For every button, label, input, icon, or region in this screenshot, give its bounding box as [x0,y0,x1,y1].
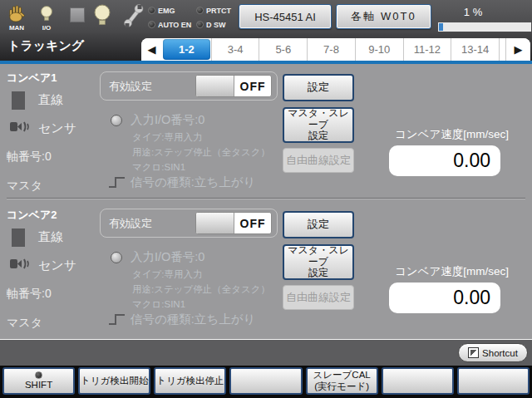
io-label: I/O [37,24,57,32]
speed-progress-fill [439,23,443,31]
enable-toggle[interactable]: OFF [195,212,272,234]
indicator-emg: EMG [148,4,196,17]
status-indicator-grid: EMG PRTCT AUTO EN D SW [148,4,241,31]
emg-led-icon [148,7,155,14]
prtct-label: PRTCT [206,7,231,15]
conveyor-speed-label: コンベア速度[mm/sec] [366,264,509,279]
tab-label: 7-8 [323,43,339,56]
straight-line-icon [12,228,25,247]
fkey-label-line1: スレーブCAL [313,370,371,381]
input-type-label: タイプ:専用入力 [132,131,203,144]
free-curve-settings-button[interactable]: 自由曲線設定 [283,148,354,173]
section-divider [7,198,525,199]
manual-mode-hand-icon [7,4,26,22]
tab-next-arrow[interactable]: ▶ [505,38,530,61]
tab-sliver [499,38,505,61]
fkey-empty-6[interactable] [382,367,454,395]
enable-toggle[interactable]: OFF [195,75,272,97]
sensor-icon [9,256,31,273]
slave-cal-button[interactable]: スレーブCAL (実行モード) [306,367,378,395]
input-type-label: タイプ:専用入力 [132,268,203,281]
fkey-empty-4[interactable] [229,367,302,395]
speed-percent-value: 1 % [451,6,495,18]
input-io-radio[interactable] [111,115,122,126]
master-label: マスタ [7,316,42,331]
input-io-label: 入力I/O番号:0 [131,112,204,128]
master-slave-line1: マスタ・スレーブ [284,108,352,131]
tab-13-14[interactable]: 13-14 [451,38,499,61]
tab-label: 5-6 [275,43,291,56]
shortcut-arrow-icon [468,347,479,358]
tab-11-12[interactable]: 11-12 [403,38,451,61]
tab-3-4[interactable]: 3-4 [211,38,259,61]
input-macro-label: マクロ:SIN1 [132,298,185,311]
pendant-screen: MAN I/O EMG PRTCT [0,0,532,398]
fkey-empty-7[interactable] [457,367,530,395]
enable-setting-box: 有効設定 OFF [100,209,278,238]
top-status-bar: MAN I/O EMG PRTCT [0,0,532,33]
axis-mode-button[interactable]: 各軸 W0T0 [336,4,431,29]
master-slave-line2: 設定 [308,130,328,142]
enable-setting-label: 有効設定 [109,216,152,231]
io-bulb-icon [40,5,53,22]
master-slave-settings-button[interactable]: マスタ・スレーブ 設定 [283,107,354,143]
lamp-icon [93,4,111,27]
fkey-label: トリガ検出停止 [156,376,224,386]
input-usage-label: 用途:ステップ停止（全タスク） [132,146,270,159]
auto-en-label: AUTO EN [158,21,191,29]
signal-type-label: 信号の種類:立ち上がり [131,174,255,190]
trigger-detect-start-button[interactable]: トリガ検出開始 [78,367,150,395]
manual-mode-label: MAN [5,24,28,32]
robot-select-button[interactable]: HS-45451 AI [239,4,332,29]
shortcut-label: Shortcut [482,348,518,358]
tab-5-6[interactable]: 5-6 [259,38,307,61]
straight-line-icon [12,91,25,110]
d-sw-led-icon [196,21,204,28]
shortcut-button[interactable]: Shortcut [458,343,528,362]
settings-button[interactable]: 設定 [283,74,354,101]
master-slave-settings-button[interactable]: マスタ・スレーブ 設定 [283,244,354,280]
tab-label: 1-2 [179,43,195,56]
rising-edge-icon [108,175,126,189]
status-square-icon [70,7,85,22]
axis-number-label: 軸番号:0 [7,287,52,302]
conveyor2-title: コンベア2 [7,208,57,223]
rising-edge-icon [108,312,126,327]
toggle-state: OFF [234,76,271,96]
speed-progress-bar [438,22,531,32]
enable-setting-box: 有効設定 OFF [100,71,278,101]
function-key-row: SHIFT トリガ検出開始 トリガ検出停止 スレーブCAL (実行モード) [0,366,532,398]
conveyor1-title: コンベア1 [7,71,57,86]
tab-7-8[interactable]: 7-8 [307,38,355,61]
tab-label: 9-10 [368,43,390,56]
shift-led-icon [35,371,42,379]
input-macro-label: マクロ:SIN1 [132,161,185,174]
prtct-led-icon [196,7,204,14]
toggle-knob [196,213,234,233]
shortcut-strip: Shortcut [0,339,532,366]
master-label: マスタ [7,179,42,194]
conveyor2-section: コンベア2 直線 センサ 軸番号:0 マスタ 有効設定 OFF 入力I/O番号:… [0,201,532,338]
shift-button[interactable]: SHIFT [2,367,75,395]
line-type-label: 直線 [38,92,63,108]
signal-type-label: 信号の種類:立ち上がり [131,312,255,327]
tab-label: 11-12 [414,43,441,56]
fkey-label-line2: (実行モード) [314,381,369,392]
toggle-state: OFF [234,213,271,233]
conveyor-speed-value: 0.00 [389,145,500,176]
conveyor-speed-value: 0.00 [389,283,500,313]
settings-button[interactable]: 設定 [283,211,354,238]
tab-9-10[interactable]: 9-10 [355,38,403,61]
input-usage-label: 用途:ステップ停止（全タスク） [132,283,270,296]
fkey-label: トリガ検出開始 [81,376,148,386]
tab-prev-arrow[interactable]: ◀ [141,38,162,61]
axis-number-label: 軸番号:0 [7,150,52,165]
input-io-radio[interactable] [111,252,122,263]
indicator-auto-en: AUTO EN [148,18,196,31]
input-io-label: 入力I/O番号:0 [131,249,204,265]
tab-1-2[interactable]: 1-2 [163,39,210,60]
free-curve-settings-button[interactable]: 自由曲線設定 [283,285,354,310]
enable-setting-label: 有効設定 [109,79,152,94]
emg-label: EMG [158,7,175,15]
trigger-detect-stop-button[interactable]: トリガ検出停止 [154,367,226,395]
